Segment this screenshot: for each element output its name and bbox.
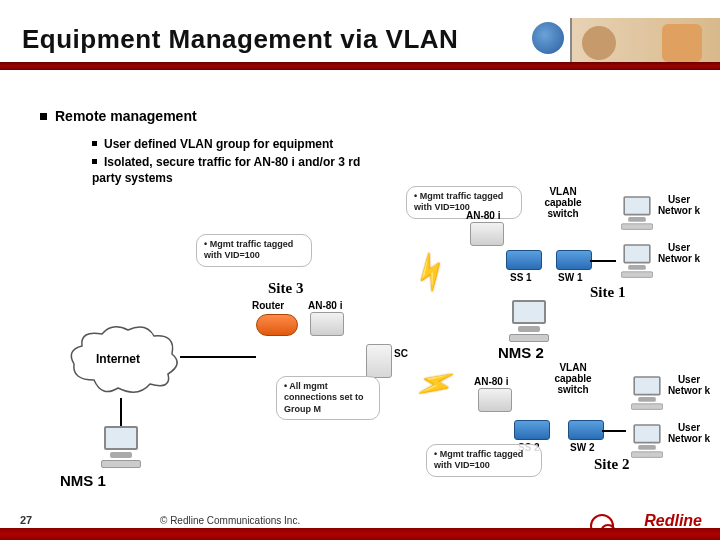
footer: 27 © Redline Communications Inc. Redline… xyxy=(0,506,720,540)
an80i-site1-icon xyxy=(470,222,504,246)
user-net-3-label: User Networ k xyxy=(666,374,712,396)
site2-label: Site 2 xyxy=(594,456,629,473)
an80i-site2-label: AN-80 i xyxy=(474,376,508,387)
nms1-pc-icon xyxy=(98,426,144,468)
router-label: Router xyxy=(252,300,284,311)
link-sw1-pc xyxy=(590,260,616,262)
slide-title: Equipment Management via VLAN xyxy=(22,24,458,55)
bullet-l1: Remote management xyxy=(40,108,197,124)
an80i-site1-label: AN-80 i xyxy=(466,210,500,221)
ss2-icon xyxy=(514,420,550,440)
nms2-pc-icon xyxy=(506,300,552,342)
sw1-desc: VLAN capable switch xyxy=(536,186,590,219)
site1-label: Site 1 xyxy=(590,284,625,301)
rf-link-icon-1: ⚡ xyxy=(405,247,455,297)
user-pc-2-icon xyxy=(619,244,656,278)
header-photo xyxy=(570,18,720,68)
an80i-site2-icon xyxy=(478,388,512,412)
ss1-icon xyxy=(506,250,542,270)
sw2-desc: VLAN capable switch xyxy=(546,362,600,395)
rf-link-icon-2: ⚡ xyxy=(412,359,462,408)
user-pc-1-icon xyxy=(619,196,656,230)
header-globe-logo xyxy=(532,22,564,54)
nms1-label: NMS 1 xyxy=(60,472,106,489)
user-pc-3-icon xyxy=(629,376,666,410)
user-pc-4-icon xyxy=(629,424,666,458)
bullet-l2b: Isolated, secure traffic for AN-80 i and… xyxy=(92,154,392,186)
note-mgmt-1: • Mgmt traffic tagged with VID=100 xyxy=(196,234,312,267)
nms2-label: NMS 2 xyxy=(498,344,544,361)
copyright: © Redline Communications Inc. xyxy=(160,515,300,526)
router-icon xyxy=(256,314,298,336)
user-net-2-label: User Networ k xyxy=(656,242,702,264)
sw1-label: SW 1 xyxy=(558,272,582,283)
sc-icon xyxy=(366,344,392,378)
an80i-site3-label: AN-80 i xyxy=(308,300,342,311)
sc-label: SC xyxy=(394,348,408,359)
internet-label: Internet xyxy=(96,352,140,366)
note-all-mgmt: • All mgmt connections set to Group M xyxy=(276,376,380,420)
user-net-4-label: User Networ k xyxy=(666,422,712,444)
page-number: 27 xyxy=(20,514,32,526)
link-sw2-pc xyxy=(602,430,626,432)
title-rule xyxy=(0,62,720,70)
bullet-l2a: User defined VLAN group for equipment xyxy=(92,136,333,152)
slide: Equipment Management via VLAN Remote man… xyxy=(0,0,720,540)
sw2-icon xyxy=(568,420,604,440)
note-mgmt-top: • Mgmt traffic tagged with VID=100 xyxy=(406,186,522,219)
site3-label: Site 3 xyxy=(268,280,303,297)
footer-bar xyxy=(0,528,720,540)
sw1-icon xyxy=(556,250,592,270)
link-cloud-nms1 xyxy=(120,398,122,426)
user-net-1-label: User Networ k xyxy=(656,194,702,216)
ss1-label: SS 1 xyxy=(510,272,532,283)
sw2-label: SW 2 xyxy=(570,442,594,453)
an80i-site3-icon xyxy=(310,312,344,336)
note-mgmt-bottom: • Mgmt traffic tagged with VID=100 xyxy=(426,444,542,477)
link-cloud-router xyxy=(180,356,256,358)
